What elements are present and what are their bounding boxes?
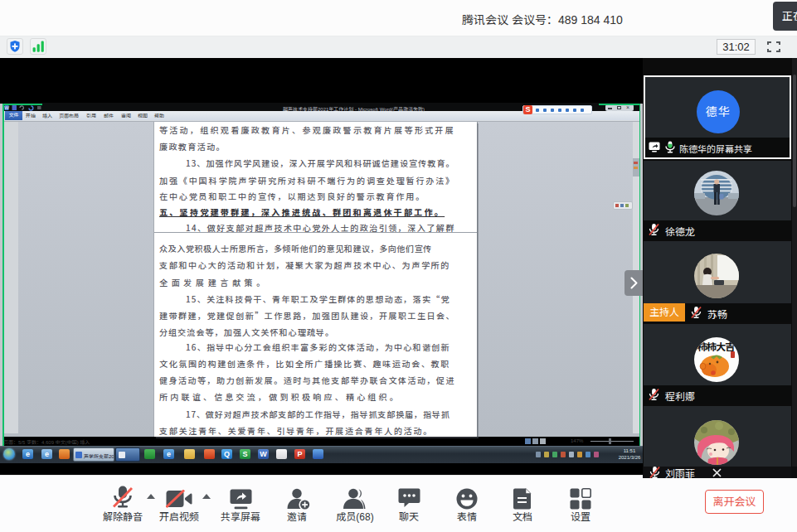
- svg-text:柿柿大吉: 柿柿大吉: [697, 339, 735, 353]
- svg-text:W: W: [4, 105, 9, 110]
